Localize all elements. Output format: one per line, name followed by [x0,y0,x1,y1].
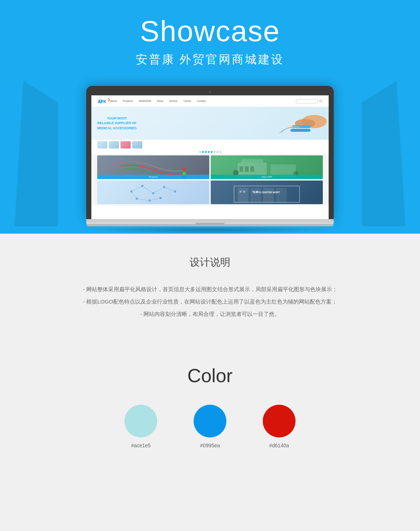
grid-left: Products [97,155,209,204]
nav-about[interactable]: About [110,100,117,102]
expo-text: EXPO CENTER NORT [254,191,280,194]
website-grid: Products [91,154,329,206]
svg-line-23 [131,191,137,199]
svg-rect-35 [238,188,249,202]
grid-img-expo: EXPO CENTER NORT [211,181,323,204]
dots-row [91,150,329,154]
swatch-circle-3 [263,405,296,437]
swatch-label-1: #ace1e5 [131,443,151,448]
svg-point-2 [320,100,322,102]
nav-search [296,99,323,103]
svg-point-8 [182,167,186,171]
nav-products[interactable]: Products [123,100,133,102]
dot-1 [199,151,201,153]
thumb-2 [109,141,119,148]
svg-rect-30 [245,166,249,172]
color-swatches: #ace1e5 #0995ea #d6140a [0,405,420,448]
dot-7 [217,151,218,153]
design-note-1: - 网站整体采用扁平化风格设计，首页信息大多运用图文结合形式展示，局部采用扁平化… [83,284,337,295]
apk-logo-svg: APK [97,97,110,106]
laptop-foot [86,224,334,226]
website-hero-banner: YOUR MOST RELIABLE SUPPLIER OF MEDICAL A… [91,107,329,140]
svg-rect-31 [250,166,254,172]
medical-devices-svg [270,107,329,140]
page-title: Showcase [0,15,420,48]
design-notes: - 网站整体采用扁平化风格设计，首页信息大多运用图文结合形式展示，局部采用扁平化… [83,284,337,320]
color-swatch-3: #d6140a [263,405,296,448]
design-section: 设计说明 - 网站整体采用扁平化风格设计，首页信息大多运用图文结合形式展示，局部… [0,234,420,343]
hero-tagline: YOUR MOST RELIABLE SUPPLIER OF MEDICAL A… [97,116,137,131]
svg-text:APK: APK [98,99,106,104]
dot-6 [214,151,215,153]
color-swatch-1: #ace1e5 [124,405,157,448]
shadow-right [362,81,405,226]
dot-4 [208,151,210,153]
design-note-2: - 根据LOGO配色特点以及企业行业性质，在网站设计配色上运用了以蓝色为主红色为… [83,296,337,307]
grid-img-network [97,181,209,204]
color-swatch-2: #0995ea [194,405,226,448]
shadow-left [15,81,58,226]
svg-rect-29 [239,166,243,172]
design-section-title: 设计说明 [0,255,420,269]
svg-rect-40 [243,191,245,193]
dot-2 [202,151,204,153]
laptop-shadow [86,226,334,234]
svg-line-22 [164,187,175,191]
svg-line-24 [137,199,150,201]
nav-links: About Products OEM/ODM News Service Care… [110,100,296,102]
thumb-1 [97,141,107,148]
search-icon [319,99,323,103]
grid-img-cables: Products [97,155,209,179]
nav-career[interactable]: Career [183,100,191,102]
nav-contact[interactable]: Contact [197,100,206,102]
about-label: About APK [211,175,323,179]
website-logo: APK [97,97,110,106]
nav-news[interactable]: News [157,100,163,102]
svg-line-25 [150,198,161,201]
nav-oemodm[interactable]: OEM/ODM [139,100,151,102]
thumbnail-row [91,140,329,150]
svg-line-3 [322,102,323,103]
laptop-base [86,219,334,224]
svg-rect-7 [290,129,310,132]
swatch-label-2: #0995ea [200,443,220,448]
color-section: Color #ace1e5 #0995ea #d6140a [0,343,420,477]
laptop-screen: APK About Products OEM/ODM News Service … [91,95,329,219]
grid-right: About APK [211,155,323,204]
website-hero-text: YOUR MOST RELIABLE SUPPLIER OF MEDICAL A… [97,116,137,131]
dot-3 [205,151,207,153]
swatch-label-3: #d6140a [269,443,289,448]
svg-rect-38 [276,188,287,202]
network-illustration [97,181,209,204]
laptop-screen-outer: APK About Products OEM/ODM News Service … [86,86,334,219]
svg-rect-39 [239,191,242,193]
svg-line-19 [131,186,142,191]
laptop-camera [209,91,211,93]
svg-rect-27 [241,159,263,163]
products-label: Products [97,175,209,179]
dot-5 [211,151,213,153]
nav-service[interactable]: Service [169,100,178,102]
laptop-mockup: APK About Products OEM/ODM News Service … [86,86,334,226]
laptop-wrapper: APK About Products OEM/ODM News Service … [0,86,420,226]
swatch-circle-1 [124,405,157,437]
grid-img-building: About APK [211,155,323,179]
design-note-3: - 网站内容划分清晰，布局合理，让浏览者可以一目了然。 [83,309,337,320]
dot-8 [219,151,221,153]
hero-section: Showcase 安普康 外贸官网商城建设 APK [0,0,420,234]
search-box[interactable] [296,99,318,103]
svg-line-20 [142,186,153,193]
svg-rect-37 [263,188,274,202]
color-section-title: Color [0,365,420,387]
svg-rect-36 [250,188,261,202]
swatch-circle-2 [194,405,226,437]
page-subtitle: 安普康 外贸官网商城建设 [0,52,420,68]
svg-line-21 [153,187,164,193]
thumb-4 [132,141,142,148]
website-nav: APK About Products OEM/ODM News Service … [91,95,329,107]
thumb-3 [120,141,131,148]
